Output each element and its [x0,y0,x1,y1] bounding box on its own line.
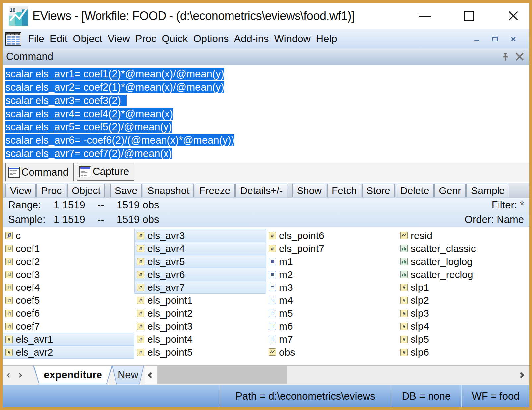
object-item-els-point7[interactable]: #els_point7 [266,242,398,255]
object-item-coef2[interactable]: [:]coef2 [3,255,134,268]
object-item-scatter-classic[interactable]: scatter_classic [398,242,529,255]
toolbar-button-details[interactable]: Details+/- [235,184,287,197]
object-item-els-avr2[interactable]: #els_avr2 [3,346,134,359]
command-line-5[interactable]: scalar els_avr5= coef5(2)/@mean(y) [5,121,529,134]
object-item-slp3[interactable]: #slp3 [398,307,529,320]
close-icon[interactable] [507,10,519,22]
toolbar-button-object[interactable]: Object [67,184,105,197]
object-label: slp3 [411,308,429,319]
mdi-minimize-icon[interactable] [474,40,479,41]
object-item-els-point5[interactable]: #els_point5 [134,346,266,359]
range-dash: -- [98,199,117,211]
object-item-m2[interactable]: ≡m2 [266,268,398,281]
object-item-scatter-reclog[interactable]: scatter_reclog [398,268,529,281]
object-item-slp5[interactable]: #slp5 [398,333,529,346]
menu-item-edit[interactable]: Edit [47,32,70,46]
object-item-m4[interactable]: ≡m4 [266,294,398,307]
object-item-els-point6[interactable]: #els_point6 [266,229,398,242]
object-item-els-point1[interactable]: #els_point1 [134,294,266,307]
object-item-els-point4[interactable]: #els_point4 [134,333,266,346]
object-item-slp4[interactable]: #slp4 [398,320,529,333]
object-item-els-avr1[interactable]: #els_avr1 [3,333,134,346]
object-item-c[interactable]: βc [3,229,134,242]
object-item-els-avr4[interactable]: #els_avr4 [134,242,266,255]
scrollbar-right-button[interactable] [513,366,529,384]
menu-item-add-ins[interactable]: Add-ins [231,32,271,46]
scalar-icon: # [137,284,144,291]
command-line-7[interactable]: scalar els_avr7= coef7(2)/@mean(x) [5,147,529,160]
object-item-els-point2[interactable]: #els_point2 [134,307,266,320]
command-line-4[interactable]: scalar els_avr4= coef4(2)*@mean(x) [5,107,529,121]
command-line-text: scalar els_avr2= coef2(1)*@mean(x)/@mean… [5,81,224,93]
toolbar-button-save[interactable]: Save [110,184,142,197]
menu-item-file[interactable]: File [25,32,47,46]
object-item-els-avr5[interactable]: #els_avr5 [134,255,266,268]
tab-new[interactable]: New [112,366,144,384]
object-item-coef6[interactable]: [:]coef6 [3,307,134,320]
tab-expenditure[interactable]: expenditure [33,366,113,384]
toolbar-button-view[interactable]: View [5,184,36,197]
filter-value[interactable]: Filter: * [492,199,524,211]
object-item-slp2[interactable]: #slp2 [398,294,529,307]
object-item-els-avr3[interactable]: #els_avr3 [134,229,266,242]
tab-capture[interactable]: Capture [77,163,134,181]
object-label: m1 [279,256,293,267]
object-item-m5[interactable]: ≡m5 [266,307,398,320]
order-value[interactable]: Order: Name [465,214,524,226]
mdi-close-icon[interactable] [511,36,516,41]
object-label: els_avr2 [16,347,53,358]
scrollbar-left-button[interactable] [145,366,157,384]
tab-scroll-right-icon[interactable] [17,373,22,378]
toolbar-button-delete[interactable]: Delete [396,184,434,197]
tab-command[interactable]: Command [5,163,74,182]
object-item-slp6[interactable]: #slp6 [398,346,529,359]
toolbar-button-proc[interactable]: Proc [36,184,66,197]
command-lines[interactable]: scalar els_avr1= coef1(2)*@mean(x)/@mean… [3,65,529,163]
toolbar-button-genr[interactable]: Genr [434,184,466,197]
scrollbar-thumb[interactable] [157,366,287,384]
object-item-coef4[interactable]: [:]coef4 [3,281,134,294]
tab-scroll-left-icon[interactable] [7,373,11,378]
menu-item-proc[interactable]: Proc [133,32,159,46]
object-item-coef3[interactable]: [:]coef3 [3,268,134,281]
toolbar-button-fetch[interactable]: Fetch [327,184,361,197]
menu-item-view[interactable]: View [105,32,133,46]
toolbar-button-store[interactable]: Store [362,184,395,197]
pin-icon[interactable] [501,52,510,61]
command-line-1[interactable]: scalar els_avr1= coef1(2)*@mean(x)/@mean… [5,67,529,81]
toolbar-group-3: ShowFetchStoreDeleteGenrSample [292,184,510,197]
object-item-slp1[interactable]: #slp1 [398,281,529,294]
object-item-m3[interactable]: ≡m3 [266,281,398,294]
object-label: m4 [279,295,293,306]
object-item-m6[interactable]: ≡m6 [266,320,398,333]
menu-item-object[interactable]: Object [70,32,105,46]
toolbar-button-sample[interactable]: Sample [466,184,509,197]
mdi-restore-icon[interactable] [492,37,498,41]
object-label: els_point1 [147,295,193,306]
object-item-scatter-loglog[interactable]: scatter_loglog [398,255,529,268]
object-item-coef5[interactable]: [:]coef5 [3,294,134,307]
object-item-m1[interactable]: ≡m1 [266,255,398,268]
command-line-3[interactable]: scalar els_avr3= coef3(2) [5,94,529,107]
menu-item-window[interactable]: Window [272,32,313,46]
command-line-2[interactable]: scalar els_avr2= coef2(1)*@mean(x)/@mean… [5,81,529,94]
menu-item-quick[interactable]: Quick [159,32,190,46]
menu-item-help[interactable]: Help [313,32,340,46]
object-item-els-avr6[interactable]: #els_avr6 [134,268,266,281]
maximize-icon[interactable] [464,11,474,21]
object-item-coef1[interactable]: [:]coef1 [3,242,134,255]
toolbar-button-snapshot[interactable]: Snapshot [143,184,194,197]
toolbar-button-freeze[interactable]: Freeze [195,184,235,197]
command-close-icon[interactable] [515,52,525,62]
object-item-obs[interactable]: obs [266,346,398,359]
object-item-resid[interactable]: resid [398,229,529,242]
object-item-els-point3[interactable]: #els_point3 [134,320,266,333]
menu-item-options[interactable]: Options [191,32,232,46]
minimize-icon[interactable] [419,16,431,17]
object-item-els-avr7[interactable]: #els_avr7 [134,281,266,294]
object-item-coef7[interactable]: [:]coef7 [3,320,134,333]
command-line-6[interactable]: scalar els_avr6= -coef6(2)/(@mean(x)*@me… [5,134,529,147]
horizontal-scrollbar[interactable] [145,366,529,384]
object-item-m7[interactable]: ≡m7 [266,333,398,346]
toolbar-button-show[interactable]: Show [292,184,326,197]
